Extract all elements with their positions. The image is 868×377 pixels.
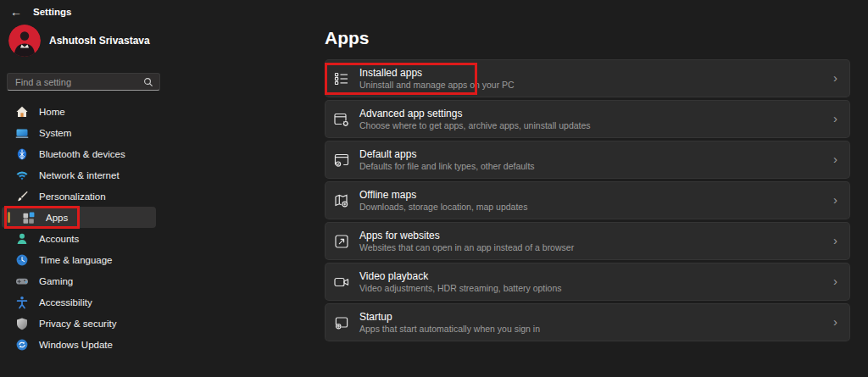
sidebar-item-label: Privacy & security [39,319,116,329]
sidebar-item-label: Bluetooth & devices [39,149,125,159]
row-title: Default apps [359,148,833,160]
search-box[interactable] [7,73,160,91]
sidebar-item-home[interactable]: Home [2,101,156,122]
sidebar-item-label: Windows Update [39,340,113,350]
system-icon [15,126,29,140]
bluetooth-icon [15,147,29,161]
profile-name: Ashutosh Srivastava [49,35,150,47]
sidebar-item-system[interactable]: System [2,122,156,143]
chevron-right-icon: › [833,112,837,127]
row-installed-apps[interactable]: Installed apps Uninstall and manage apps… [325,59,850,97]
sidebar-item-label: Home [39,107,65,117]
row-text: Offline maps Downloads, storage location… [359,189,833,212]
app-title: Settings [33,7,71,17]
row-subtitle: Apps that start automatically when you s… [359,324,833,334]
default-apps-icon [333,152,350,169]
chevron-right-icon: › [833,234,837,249]
row-text: Apps for websites Websites that can open… [359,230,833,252]
chevron-right-icon: › [833,193,837,208]
sidebar-item-label: Time & language [39,255,113,265]
apps-for-websites-icon [333,233,350,250]
row-text: Video playback Video adjustments, HDR st… [359,270,833,293]
row-subtitle: Websites that can open in an app instead… [359,242,833,252]
row-subtitle: Choose where to get apps, archive apps, … [359,120,833,130]
row-offline-maps[interactable]: Offline maps Downloads, storage location… [325,181,850,219]
sidebar-item-label: Personalization [39,191,106,202]
row-startup[interactable]: Startup Apps that start automatically wh… [325,303,850,341]
row-title: Apps for websites [359,230,833,241]
sidebar-item-privacy-security[interactable]: Privacy & security [2,313,156,334]
sidebar-item-label: Network & internet [39,170,120,180]
row-title: Startup [359,311,833,323]
search-icon [143,77,153,87]
row-title: Advanced app settings [359,108,833,119]
search-input[interactable] [15,77,143,87]
sidebar-item-apps[interactable]: Apps [2,207,156,228]
row-advanced-app-settings[interactable]: Advanced app settings Choose where to ge… [325,100,850,138]
settings-list: Installed apps Uninstall and manage apps… [325,59,850,341]
row-subtitle: Downloads, storage location, map updates [359,202,833,212]
sidebar-item-label: Gaming [39,276,73,286]
sidebar-item-personalization[interactable]: Personalization [2,186,156,207]
chevron-right-icon: › [833,152,837,168]
chevron-right-icon: › [833,315,837,330]
home-icon [15,105,29,119]
sidebar-item-label: Accounts [39,234,79,244]
sidebar-item-label: System [39,128,71,138]
settings-window: ← Settings Ashutosh Srivastava Home [0,0,868,377]
window-header: ← Settings [10,5,71,19]
page-title: Apps [325,28,370,48]
row-default-apps[interactable]: Default apps Defaults for file and link … [325,141,850,179]
sidebar-item-label: Accessibility [39,297,92,308]
apps-icon [22,211,36,225]
row-text: Installed apps Uninstall and manage apps… [359,67,833,90]
row-text: Default apps Defaults for file and link … [359,148,833,171]
startup-icon [333,314,350,331]
main-content: Apps Installed apps Uninstall and manage… [325,0,850,377]
gaming-icon [15,274,29,288]
avatar [8,25,41,57]
sidebar-item-accounts[interactable]: Accounts [2,228,156,249]
back-icon[interactable]: ← [10,5,22,19]
windows-update-icon [15,338,29,352]
sidebar-item-gaming[interactable]: Gaming [2,270,156,291]
video-playback-icon [333,274,350,291]
advanced-app-settings-icon [333,111,350,128]
row-apps-for-websites[interactable]: Apps for websites Websites that can open… [325,222,850,260]
selected-indicator [8,212,10,223]
installed-apps-icon [333,70,350,87]
sidebar-item-accessibility[interactable]: Accessibility [2,291,156,313]
time-language-icon [15,253,29,267]
row-video-playback[interactable]: Video playback Video adjustments, HDR st… [325,263,850,301]
sidebar-item-time-language[interactable]: Time & language [2,249,156,270]
privacy-security-icon [15,317,29,330]
chevron-right-icon: › [833,71,837,86]
network-icon [15,169,29,182]
row-title: Installed apps [359,67,833,79]
chevron-right-icon: › [833,274,837,290]
profile-row[interactable]: Ashutosh Srivastava [8,25,150,57]
sidebar-item-bluetooth-devices[interactable]: Bluetooth & devices [2,143,156,164]
accessibility-icon [15,296,29,309]
accounts-icon [15,232,29,246]
row-title: Offline maps [359,189,833,201]
row-subtitle: Uninstall and manage apps on your PC [359,80,833,90]
sidebar: Home System Bluetooth & devices Network … [0,101,170,355]
sidebar-item-label: Apps [46,213,68,223]
row-title: Video playback [359,270,833,282]
sidebar-item-windows-update[interactable]: Windows Update [2,334,156,355]
sidebar-item-network-internet[interactable]: Network & internet [2,164,156,186]
row-text: Startup Apps that start automatically wh… [359,311,833,334]
personalization-icon [15,190,29,203]
row-subtitle: Defaults for file and link types, other … [359,161,833,171]
row-subtitle: Video adjustments, HDR streaming, batter… [359,283,833,293]
row-text: Advanced app settings Choose where to ge… [359,108,833,130]
offline-maps-icon [333,192,350,209]
